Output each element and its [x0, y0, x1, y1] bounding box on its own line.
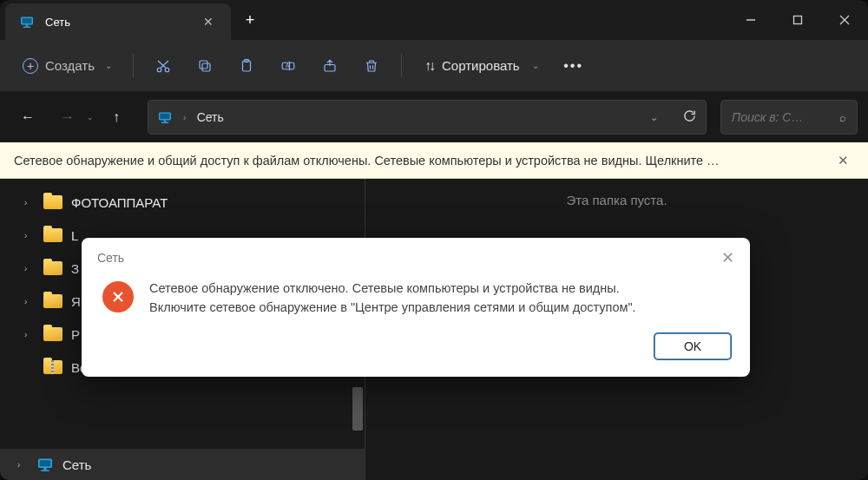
title-bar: Сеть ✕ +: [0, 0, 868, 40]
error-icon: [102, 281, 134, 312]
tree-label: Сеть: [62, 457, 91, 472]
dialog-close-button[interactable]: ✕: [721, 248, 734, 267]
cut-button[interactable]: [144, 49, 182, 83]
expand-chevron[interactable]: ›: [24, 198, 35, 207]
breadcrumb-location[interactable]: Сеть: [197, 110, 640, 124]
new-tab-button[interactable]: +: [231, 0, 269, 40]
tree-item-network[interactable]: › Сеть: [0, 449, 365, 480]
svg-rect-5: [794, 16, 802, 24]
svg-rect-23: [161, 122, 168, 123]
navigation-bar: ← → ⌄ ↑ › Сеть ⌄ ⌕: [0, 92, 868, 142]
error-dialog: Сеть ✕ Сетевое обнаружение отключено. Се…: [82, 238, 750, 377]
plus-circle-icon: +: [23, 58, 38, 74]
paste-button[interactable]: [227, 49, 266, 83]
expand-chevron[interactable]: ›: [24, 297, 35, 306]
ok-button[interactable]: OK: [654, 333, 731, 359]
tree-label: ФОТОАППАРАТ: [71, 195, 168, 210]
address-bar[interactable]: › Сеть ⌄: [148, 100, 707, 135]
info-bar-message: Сетевое обнаружение и общий доступ к фай…: [14, 154, 832, 168]
svg-rect-21: [160, 114, 169, 119]
svg-rect-25: [40, 460, 51, 466]
history-chevron[interactable]: ⌄: [87, 113, 94, 122]
chevron-down-icon: ⌄: [105, 61, 112, 70]
forward-button[interactable]: →: [50, 100, 85, 135]
tree-label: Р: [71, 327, 80, 342]
svg-point-8: [157, 68, 161, 72]
search-icon: ⌕: [839, 111, 846, 124]
chevron-down-icon: ⌄: [532, 61, 539, 70]
svg-point-9: [165, 68, 169, 72]
svg-rect-22: [164, 121, 167, 122]
zip-icon: [43, 360, 62, 374]
tab-network[interactable]: Сеть ✕: [5, 3, 231, 40]
search-box[interactable]: ⌕: [720, 100, 858, 135]
tab-title: Сеть: [45, 16, 189, 29]
dialog-title-bar: Сеть ✕: [82, 238, 750, 274]
network-icon: [36, 457, 54, 471]
network-icon: [157, 111, 173, 123]
create-button[interactable]: + Создать ⌄: [12, 49, 122, 83]
svg-rect-13: [200, 61, 207, 69]
more-button[interactable]: •••: [555, 49, 593, 83]
svg-rect-2: [26, 25, 29, 27]
create-label: Создать: [45, 58, 95, 73]
svg-rect-26: [43, 468, 46, 470]
dialog-title: Сеть: [97, 251, 721, 265]
rename-button[interactable]: A: [269, 49, 307, 83]
sort-button[interactable]: ↑↓ Сортировать ⌄: [412, 49, 551, 83]
expand-chevron[interactable]: ›: [24, 330, 35, 339]
svg-rect-12: [202, 63, 210, 71]
up-button[interactable]: ↑: [99, 100, 134, 135]
dialog-message: Сетевое обнаружение отключено. Сетевые к…: [149, 279, 636, 318]
divider: [401, 54, 402, 78]
divider: [133, 54, 134, 78]
address-dropdown[interactable]: ⌄: [650, 112, 658, 123]
dialog-body: Сетевое обнаружение отключено. Сетевые к…: [82, 274, 750, 333]
search-input[interactable]: [732, 110, 831, 124]
svg-rect-1: [22, 18, 31, 23]
folder-icon: [43, 228, 62, 242]
close-window-button[interactable]: [821, 0, 868, 40]
folder-icon: [43, 261, 62, 275]
dialog-actions: OK: [82, 333, 750, 377]
network-icon: [19, 16, 35, 28]
folder-icon: [43, 195, 62, 209]
sort-label: Сортировать: [442, 58, 520, 73]
breadcrumb-separator: ›: [183, 112, 187, 122]
svg-rect-3: [23, 27, 30, 28]
back-button[interactable]: ←: [10, 100, 45, 135]
window-controls: [727, 0, 868, 40]
copy-button[interactable]: [186, 49, 224, 83]
folder-icon: [43, 294, 62, 308]
toolbar: + Создать ⌄ A ↑↓ Сортировать ⌄ •••: [0, 40, 868, 92]
scrollbar[interactable]: [352, 387, 363, 431]
maximize-button[interactable]: [774, 0, 821, 40]
share-button[interactable]: [311, 49, 349, 83]
expand-chevron[interactable]: ›: [17, 460, 28, 470]
expand-chevron[interactable]: ›: [24, 264, 35, 273]
tab-close-button[interactable]: ✕: [200, 15, 217, 29]
refresh-button[interactable]: [682, 108, 697, 127]
expand-chevron[interactable]: ›: [24, 231, 35, 240]
delete-button[interactable]: [352, 49, 391, 83]
tree-item[interactable]: › ФОТОАППАРАТ: [0, 186, 365, 219]
dialog-line1: Сетевое обнаружение отключено. Сетевые к…: [149, 279, 636, 299]
minimize-button[interactable]: [727, 0, 774, 40]
info-bar[interactable]: Сетевое обнаружение и общий доступ к фай…: [0, 142, 868, 179]
tree-label: З: [71, 261, 79, 276]
dialog-line2: Включите сетевое обнаружение в "Центре у…: [149, 299, 636, 318]
folder-icon: [43, 327, 62, 341]
sort-icon: ↑↓: [424, 58, 433, 74]
svg-rect-27: [41, 470, 49, 471]
tree-label: Я: [71, 294, 81, 309]
info-bar-close[interactable]: ✕: [832, 153, 854, 168]
tree-label: L: [71, 228, 78, 243]
